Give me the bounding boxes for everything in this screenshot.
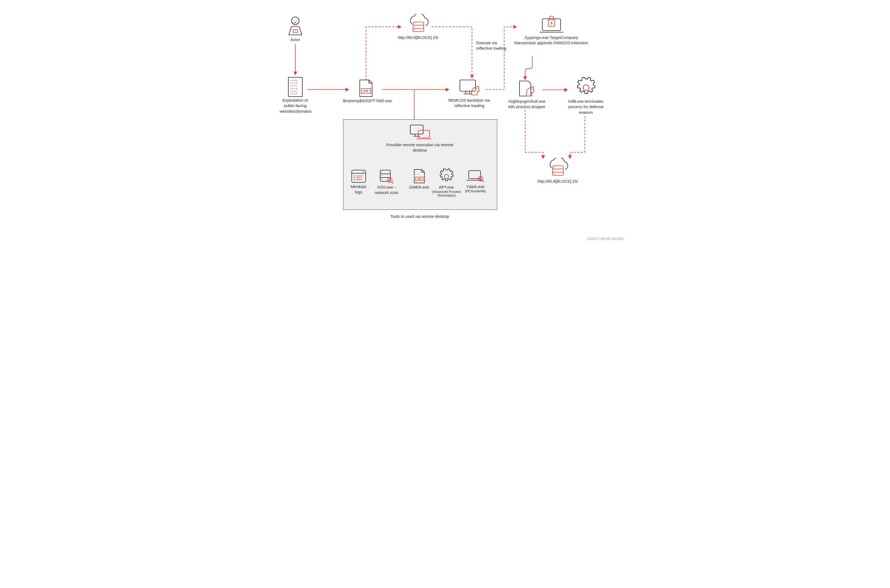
tools-caption: Tools to used via remote desktop: [343, 214, 497, 219]
gear-icon: [575, 77, 597, 99]
svg-point-30: [382, 176, 382, 176]
svg-point-29: [382, 172, 382, 172]
svg-point-22: [554, 174, 555, 174]
cloud1-node: http://80.6[BLOCK].25/: [394, 14, 442, 40]
svg-point-36: [444, 174, 449, 178]
svg-point-17: [531, 89, 531, 89]
mytemp-node: EXE $mytemp$\K52PT7WD.exe: [343, 78, 389, 104]
window-lines-icon: [350, 169, 367, 184]
tool-ydark-label: Ydark.exe: [463, 184, 488, 189]
cloud2-node: http://80.6[BLOCK].25/: [534, 158, 582, 184]
dropper-label: rlvgblcpsgm2tu8.exe kills process droppe…: [507, 99, 547, 110]
svg-rect-23: [410, 125, 423, 134]
tool-apt-label: APT.exe: [432, 184, 461, 190]
file-trojan-icon: [517, 80, 537, 99]
remcos-label: REMCOS backdoor via reflective loading: [445, 98, 493, 109]
cloud-server-icon: [544, 158, 571, 178]
svg-point-26: [362, 171, 363, 172]
svg-point-20: [554, 167, 555, 168]
svg-point-2: [296, 20, 297, 21]
svg-point-1: [293, 20, 294, 21]
execvia-label: Execute via reflective loading: [476, 40, 508, 51]
svg-point-27: [363, 171, 364, 172]
svg-point-32: [388, 178, 392, 183]
svg-text:EXE: EXE: [363, 89, 368, 93]
exploit-node: Exploitation of public-facing websites/d…: [280, 76, 311, 114]
svg-point-10: [414, 27, 415, 27]
tool-h2o-label: H2O.exe - network scan: [373, 184, 400, 195]
tool-gmer-label: GMER.exe: [406, 184, 433, 190]
mytemp-label: $mytemp$\K52PT7WD.exe: [343, 98, 389, 104]
tool-gmer: EXE GMER.exe: [406, 168, 433, 190]
svg-rect-12: [460, 80, 475, 91]
execvia-node: Execute via reflective loading: [476, 40, 508, 51]
cloud-server-icon: [405, 14, 432, 35]
svg-rect-5: [288, 77, 302, 97]
svg-point-31: [382, 179, 382, 180]
svg-point-13: [476, 88, 477, 89]
tool-mimikatz: Mimikatz logs: [347, 169, 370, 195]
exe-file-icon: EXE: [357, 78, 375, 98]
tool-apt-sub: (Advanced Process Termination): [432, 190, 461, 197]
actor-label: Actor: [284, 37, 307, 42]
svg-point-4: [295, 31, 296, 32]
laptop-search-icon: [466, 169, 486, 184]
remotebox-label: Possible remote execution via remote des…: [385, 142, 456, 153]
svg-point-21: [554, 170, 555, 171]
actor-node: Actor: [284, 16, 307, 42]
tool-apt: APT.exe (Advanced Process Termination): [432, 168, 461, 197]
exploit-label: Exploitation of public-facing websites/d…: [280, 98, 311, 114]
monitor-trojan-icon: [457, 78, 481, 98]
server-search-icon: [379, 169, 395, 184]
exe-file-small-icon: EXE: [412, 168, 427, 184]
tool-h2o: H2O.exe - network scan: [373, 169, 400, 195]
remote-desktop-icon: [407, 123, 432, 142]
svg-rect-37: [469, 171, 481, 178]
ransom-label: Zyypmgo.exe TargetCompany Ransomwar appe…: [514, 35, 589, 46]
cloud1-label: http://80.6[BLOCK].25/: [394, 35, 442, 40]
gear-small-icon: [438, 168, 454, 184]
svg-text:EXE: EXE: [417, 178, 421, 180]
cloud2-label: http://80.6[BLOCK].25/: [534, 178, 582, 184]
copyright: ©2023 TREND MICRO: [587, 237, 624, 241]
remotebox-node: Possible remote execution via remote des…: [385, 123, 456, 153]
kill-label: Kill$.exe terminates process for defense…: [566, 99, 606, 115]
kill-node: Kill$.exe terminates process for defense…: [566, 77, 606, 115]
tool-ydark: Ydark.exe (PCHunter64): [463, 169, 488, 193]
svg-text:$: $: [550, 21, 553, 25]
tool-ydark-sub: (PCHunter64): [463, 189, 488, 193]
laptop-ransom-icon: $: [538, 14, 565, 35]
binary-page-icon: [287, 76, 304, 98]
svg-point-18: [583, 85, 589, 91]
remcos-node: REMCOS backdoor via reflective loading: [445, 78, 493, 109]
tool-mimikatz-label: Mimikatz logs: [347, 184, 370, 195]
diagram-stage: Actor Exploitation of public-facing webs…: [260, 0, 630, 244]
ransom-node: $ Zyypmgo.exe TargetCompany Ransomwar ap…: [514, 14, 589, 46]
svg-point-9: [414, 23, 415, 24]
dropper-node: rlvgblcpsgm2tu8.exe kills process droppe…: [507, 80, 547, 110]
actor-icon: [287, 16, 304, 37]
svg-point-11: [414, 30, 415, 31]
